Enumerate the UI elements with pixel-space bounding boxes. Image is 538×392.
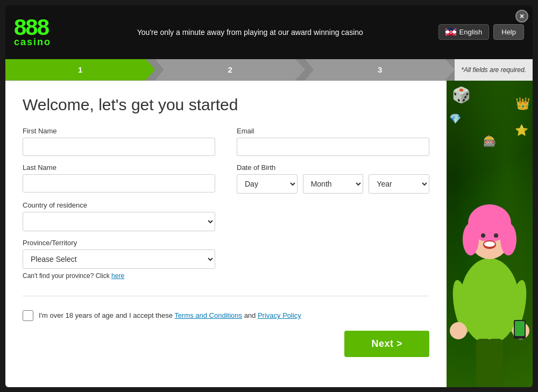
header-tagline: You're only a minute away from playing a… — [51, 28, 438, 37]
age-checkbox[interactable] — [23, 310, 33, 321]
required-note: *All fields are required. — [455, 59, 533, 81]
crown-icon: 👑 — [515, 97, 530, 111]
step-2[interactable]: 2 — [155, 59, 305, 81]
header-right: English Help — [438, 24, 524, 40]
divider — [23, 296, 429, 296]
svg-point-5 — [481, 233, 485, 238]
last-name-input[interactable] — [23, 174, 215, 193]
checkbox-row: I'm over 18 years of age and I accept th… — [23, 310, 429, 321]
form-section: Welcome, let's get you started First Nam… — [5, 81, 447, 387]
svg-point-11 — [450, 322, 467, 339]
next-button[interactable]: Next > — [344, 331, 429, 357]
checkbox-and: and — [242, 311, 258, 319]
terms-link[interactable]: Terms and Conditions — [174, 311, 242, 319]
svg-point-3 — [463, 223, 479, 255]
checkbox-prefix: I'm over 18 years of age and I accept th… — [39, 311, 174, 319]
logo-888: 888 — [14, 16, 48, 39]
form-title: Welcome, let's get you started — [23, 96, 429, 114]
svg-rect-16 — [488, 339, 503, 387]
form-grid: First Name Email Last Name Date of Birth — [23, 127, 429, 357]
province-select[interactable]: Please SelectAlbertaBritish ColumbiaMani… — [23, 250, 215, 269]
promo-section: 🎲 👑 💎 ⭐ 🎰 — [447, 81, 533, 387]
svg-point-4 — [500, 223, 516, 255]
country-group: Country of residence Canada United State… — [23, 201, 215, 231]
modal-container: × 888 casino You're only a minute away f… — [5, 5, 533, 387]
last-name-label: Last Name — [23, 163, 215, 172]
language-label: English — [459, 28, 483, 36]
province-label: Province/Territory — [23, 239, 215, 247]
close-button[interactable]: × — [515, 10, 528, 23]
first-name-group: First Name — [23, 127, 215, 156]
steps-bar: 1 2 3 *All fields are required. — [5, 59, 533, 81]
dob-label: Date of Birth — [237, 163, 429, 172]
dice-icon: 🎲 — [452, 86, 471, 104]
country-select[interactable]: Canada United States — [23, 212, 215, 231]
first-name-label: First Name — [23, 127, 215, 135]
day-select[interactable]: Day1234567891011121314151617181920212223… — [237, 174, 298, 194]
email-label: Email — [237, 127, 429, 135]
step-1-label: 1 — [78, 65, 82, 74]
month-select[interactable]: MonthJanuaryFebruaryMarchAprilMayJuneJul… — [303, 174, 364, 194]
language-button[interactable]: English — [438, 24, 490, 40]
svg-point-6 — [494, 233, 498, 238]
checkbox-label[interactable]: I'm over 18 years of age and I accept th… — [39, 311, 301, 319]
country-label: Country of residence — [23, 201, 215, 209]
first-name-input[interactable] — [23, 138, 215, 156]
email-input[interactable] — [237, 138, 429, 156]
step-1[interactable]: 1 — [5, 59, 155, 81]
privacy-link[interactable]: Privacy Policy — [258, 311, 301, 319]
svg-rect-14 — [515, 321, 525, 336]
svg-point-8 — [484, 241, 495, 247]
svg-point-0 — [460, 258, 519, 344]
province-group: Province/Territory Please SelectAlbertaB… — [23, 239, 215, 280]
steps-container: 1 2 3 — [5, 59, 455, 81]
cant-find-text: Can't find your province? Click here — [23, 272, 215, 280]
email-group: Email — [237, 127, 429, 156]
step-2-label: 2 — [228, 65, 232, 74]
header: 888 casino You're only a minute away fro… — [5, 5, 533, 59]
logo-section: 888 casino — [14, 16, 51, 48]
dob-group: Date of Birth Day12345678910111213141516… — [237, 163, 429, 194]
year-select[interactable]: Year200520042003200220012000199919981997… — [369, 174, 429, 194]
promo-lady-svg — [447, 118, 533, 387]
main-content: Welcome, let's get you started First Nam… — [5, 81, 533, 387]
flag-icon — [445, 28, 456, 35]
logo-casino: casino — [14, 37, 51, 48]
next-row: Next > — [23, 331, 429, 357]
dob-row: Day1234567891011121314151617181920212223… — [237, 174, 429, 194]
help-button[interactable]: Help — [493, 24, 524, 40]
step-3-label: 3 — [378, 65, 382, 74]
cant-find-link[interactable]: here — [111, 272, 124, 280]
last-name-group: Last Name — [23, 163, 215, 194]
step-3[interactable]: 3 — [305, 59, 455, 81]
